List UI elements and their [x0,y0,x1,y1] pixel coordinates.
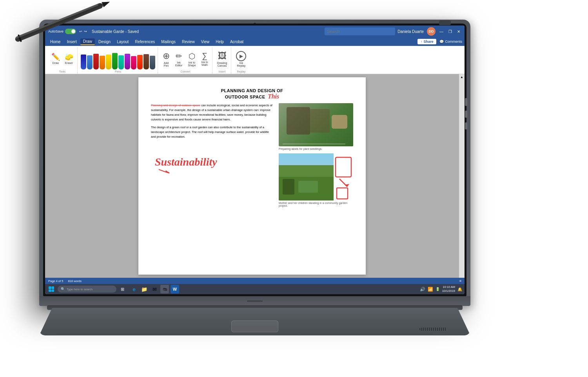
drawing-canvas-button[interactable]: 🖼 DrawingCanvas [216,50,229,68]
start-button[interactable] [47,285,55,293]
doc-image-2-container [279,153,353,200]
chin-logo [247,301,263,302]
menu-help[interactable]: Help [213,39,227,45]
screen-display: AutoSave ↩ ↪ Sustainable Garde - Saved D… [45,25,465,294]
redo-icon[interactable]: ↪ [84,29,87,33]
close-button[interactable]: ✕ [456,29,461,34]
taskbar-clock[interactable]: 10:10 AM 10/1/2019 [442,285,455,293]
power-button[interactable] [465,98,467,106]
search-input[interactable] [325,27,395,35]
title-bar-left: AutoSave ↩ ↪ Sustainable Garde - Saved [48,29,322,34]
taskbar-folder-icon[interactable]: 📁 [140,285,149,293]
battery-icon[interactable]: 🔋 [436,287,440,291]
pen-red[interactable] [93,54,99,69]
draw-button[interactable]: ✏️ Draw [50,52,62,65]
scroll-up-button[interactable]: ▲ [459,74,465,80]
menu-references[interactable]: References [132,39,158,45]
ribbon-group-pens: Pens [78,47,158,74]
svg-rect-6 [336,157,351,177]
taskbar-word-icon[interactable]: W [171,285,179,293]
title-bar-right: Daniela Duarte DD — ❐ ✕ [397,27,461,36]
ink-to-shape-button[interactable]: ⬡ Ink toShape [186,51,197,67]
pen-blue[interactable] [87,55,93,69]
pen-slate[interactable] [150,56,155,69]
pen-brown[interactable] [143,54,149,69]
trackpad[interactable] [231,321,278,332]
handwritten-area: Sustainability [151,144,273,176]
taskbar-search[interactable]: 🔍 Type here to search [58,286,116,293]
page-status: Page 4 of 5 [48,279,63,283]
ribbon-group-tools: ✏️ Draw 🧽 Eraser Tools [47,47,78,74]
doc-image-1 [279,103,353,146]
vertical-scrollbar[interactable] [459,74,465,278]
eraser-button[interactable]: 🧽 Eraser [63,52,75,65]
undo-icon[interactable]: ↩ [79,29,82,33]
speaker-icon[interactable]: 🔊 [420,287,425,292]
volume-down-button[interactable] [465,122,467,129]
svg-text:Sustainability: Sustainability [155,156,217,168]
menu-layout[interactable]: Layout [114,39,131,45]
windows-taskbar: 🔍 Type here to search ⊞ e [45,284,465,294]
svg-rect-9 [337,188,348,199]
pen-green[interactable] [112,53,118,69]
doc-columns: Planning and design of outdoor space can… [151,103,353,207]
task-view-button[interactable]: ⊞ [119,286,126,293]
word-ui: AutoSave ↩ ↪ Sustainable Garde - Saved D… [45,25,465,294]
ribbon-group-insert: 🖼 DrawingCanvas Insert [213,47,232,74]
ribbon: ✏️ Draw 🧽 Eraser Tools [45,46,465,74]
win-logo-tl [49,286,51,289]
pen-yellow[interactable] [106,55,111,69]
ink-editor-button[interactable]: ✏ InkEditor [174,51,184,67]
screen-bezel: AutoSave ↩ ↪ Sustainable Garde - Saved D… [43,24,466,296]
menu-insert[interactable]: Insert [64,39,80,45]
doc-image1-caption: Preparing labels for plant seedlings. [279,148,353,150]
taskbar-edge-icon[interactable]: e [130,285,138,293]
laptop-base [39,308,470,335]
taskbar-search-text: Type here to search [67,288,93,291]
doc-header: PLANNING AND DESIGN OF OUTDOOR SPACE Thi… [151,88,353,100]
ink-replay-button[interactable]: ▶ InkReplay [234,50,248,68]
volume-up-button[interactable] [465,111,467,118]
pen-purple[interactable] [125,54,130,69]
red-drawings-svg [279,153,353,200]
doc-title-handwritten: This [268,93,279,100]
win-logo-bl [49,290,51,292]
menu-design[interactable]: Design [96,39,113,45]
minimize-button[interactable]: — [439,29,444,34]
menu-view[interactable]: View [198,39,212,45]
restore-button[interactable]: ❐ [447,29,453,34]
document-area: ▲ PLANNING AND DESIGN OF OUTDOOR SPACE [45,74,465,278]
menu-acrobat[interactable]: Acrobat [227,39,246,45]
menu-draw[interactable]: Draw [80,38,95,45]
menu-review[interactable]: Review [179,39,198,45]
doc-page: PLANNING AND DESIGN OF OUTDOOR SPACE Thi… [138,77,366,275]
pen-teal[interactable] [118,55,124,69]
notification-icon[interactable]: 🔔 [457,287,462,291]
comments-button[interactable]: 💬 Comments [439,40,462,44]
network-icon[interactable]: 📶 [428,287,433,292]
handwriting-svg: Sustainability [151,144,253,175]
clock-date: 10/1/2019 [442,289,455,293]
clock-time: 10:10 AM [442,285,455,289]
menu-mailings[interactable]: Mailings [158,39,178,45]
doc-body-p2: The design of a green roof or a roof gar… [151,125,273,139]
pen-red-orange[interactable] [137,55,143,69]
doc-right-col: Preparing labels for plant seedlings. [279,103,353,207]
doc-scroll-area: PLANNING AND DESIGN OF OUTDOOR SPACE Thi… [45,74,459,278]
menu-bar: Home Insert Draw Design Layout Reference… [45,37,465,46]
doc-title-line2: OUTDOOR SPACE [225,95,265,99]
win-logo-tr [52,286,54,289]
doc-strikethrough-para: Planning and design of outdoor space can… [151,103,273,122]
taskbar-store-icon[interactable]: 🛍 [160,285,169,293]
doc-strikethrough-text: Planning and design of outdoor space [151,104,200,107]
share-button[interactable]: ↑ Share [417,39,437,44]
taskbar-mail-icon[interactable]: ✉ [150,285,159,293]
doc-image2-caption: Mother and her children standing in a co… [279,202,353,207]
ink-to-math-button[interactable]: ∑ Ink toMath [200,51,210,67]
pen-orange[interactable] [100,56,105,69]
scene: AutoSave ↩ ↪ Sustainable Garde - Saved D… [0,0,588,377]
add-pen-button[interactable]: ⊕ AddPen [161,50,171,68]
pen-blue-dark[interactable] [81,55,86,69]
pen-pink[interactable] [131,56,136,69]
ribbon-group-convert: ⊕ AddPen ✏ InkEditor ⬡ I [159,47,212,74]
